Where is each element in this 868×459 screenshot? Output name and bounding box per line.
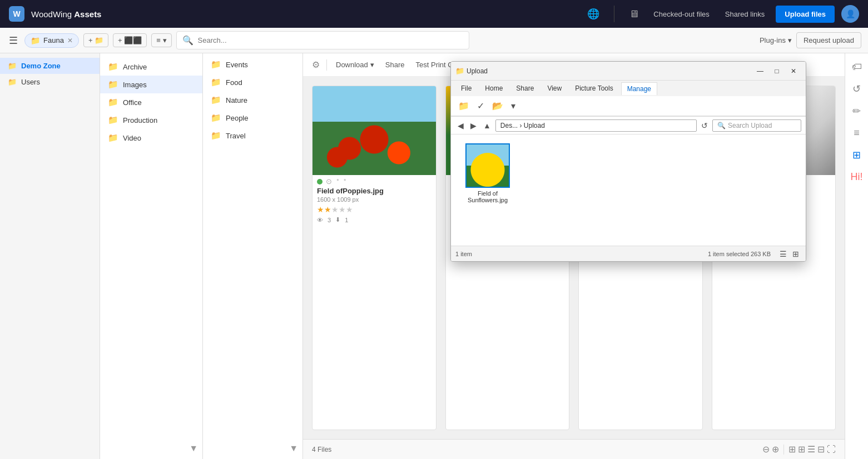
win-forward-btn[interactable]: ▶ [468,119,479,132]
subfolder-item-people[interactable]: 📁 People [203,109,302,127]
user-avatar[interactable]: 👤 [841,5,859,23]
sidebar-item-demozone[interactable]: 📁 Demo Zone [0,58,100,74]
card-stars-poppies[interactable]: ★★★★★ [313,205,436,216]
shared-links-btn[interactable]: Shared links [721,7,770,22]
new-folder-btn[interactable]: + 📁 [83,33,108,47]
subfolder-item-travel[interactable]: 📁 Travel [203,127,302,144]
search-input[interactable] [198,36,464,44]
zoom-icon-plus[interactable]: ⊕ [772,444,779,455]
card-dims-poppies: 1600 x 1009 px [313,196,436,205]
plugins-btn[interactable]: Plug-ins ▾ [760,36,792,44]
nav-divider-1 [614,6,614,22]
win-close-btn[interactable]: ✕ [786,65,801,77]
top-nav: W WoodWing Assets 🌐 🖥 Checked-out files … [0,0,868,28]
subfolder-scroll-down[interactable]: ▼ [289,443,298,453]
subfolder-icon: 📁 [211,95,221,105]
list-icon[interactable]: ≡ [850,124,863,142]
win-view-icons: ☰ ⊞ [777,248,801,260]
ribbon-tab-home[interactable]: Home [479,82,508,94]
folder-label-video: Video [123,134,141,142]
subfolder-icon: 📁 [211,113,221,123]
win-ribbon-tabs: File Home Share View Picture Tools Manag… [451,81,806,96]
search-icon: 🔍 [182,35,194,46]
address-path[interactable]: Des... › Upload [495,119,697,132]
edit-icon[interactable]: ✏ [849,102,864,121]
card-stats-poppies: 👁 3 ⬇ 1 [313,216,436,227]
ribbon-tab-picture-tools[interactable]: Picture Tools [569,82,618,94]
breadcrumb-pill[interactable]: 📁 Fauna ✕ [24,33,79,48]
subfolder-icon: 📁 [211,131,221,141]
second-bar: ☰ 📁 Fauna ✕ + 📁 + ⬛⬛ ≡ ▾ 🔍 Plug-ins ▾ Re… [0,28,868,53]
subfolder-list: 📁 Events 📁 Food 📁 Nature 📁 People 📁 Trav… [203,53,302,144]
folder-scroll-down[interactable]: ▼ [189,443,198,453]
folder-icon: 📁 [108,79,118,89]
ribbon-folder2-icon-btn[interactable]: 📂 [489,99,506,113]
folder-label-images: Images [123,81,147,89]
toolbar-download-btn[interactable]: Download ▾ [331,57,379,72]
zoom-icon-minus[interactable]: ⊖ [762,444,770,455]
file-count-label: 4 Files [312,446,331,453]
sidebar-item-users[interactable]: 📁 Users [0,74,100,90]
checked-out-files-btn[interactable]: Checked-out files [649,7,713,22]
folder-item-production[interactable]: 📁 Production [100,111,202,129]
tag-icon[interactable]: 🏷 [849,58,865,76]
globe-icon-btn[interactable]: 🌐 [584,4,603,23]
subfolder-item-food[interactable]: 📁 Food [203,73,302,91]
upload-files-btn[interactable]: Upload files [776,6,835,23]
folder-item-office[interactable]: 📁 Office [100,93,202,111]
search-icon-win: 🔍 [717,122,726,129]
win-back-btn[interactable]: ◀ [455,119,466,132]
filter-options-btn[interactable]: ≡ ▾ [151,33,171,47]
win-ribbon-bar: 📁 ✓ 📂 ▾ [451,96,806,116]
breadcrumb-close-btn[interactable]: ✕ [67,37,73,44]
folder-item-archive[interactable]: 📁 Archive [100,58,202,76]
download-label: Download [336,61,368,69]
ribbon-check-icon-btn[interactable]: ✓ [474,99,487,113]
win-refresh-btn[interactable]: ↺ [699,119,710,132]
win-minimize-btn[interactable]: — [752,65,768,77]
monitor-icon-btn[interactable]: 🖥 [626,5,642,23]
file-card-poppies[interactable]: ⊙ ● ● Field ofPoppies.jpg 1600 x 1009 px… [312,86,437,430]
detail-view-icon[interactable]: ⊟ [817,444,825,455]
folder-item-video[interactable]: 📁 Video [100,129,202,147]
downloads-count: 1 [345,217,348,223]
ribbon-tab-share[interactable]: Share [510,82,539,94]
win-up-btn[interactable]: ▲ [481,119,493,132]
grid-view-icon[interactable]: ⊞ [788,444,796,455]
ribbon-tab-manage[interactable]: Manage [621,82,657,95]
subfolder-label-events: Events [226,61,248,69]
refresh-icon[interactable]: ↺ [849,79,864,98]
ribbon-tab-view[interactable]: View [542,82,567,94]
subfolder-label-food: Food [226,78,242,87]
win-statusbar: 1 item 1 item selected 263 KB ☰ ⊞ [451,246,806,261]
ribbon-dropdown-btn[interactable]: ▾ [508,99,518,113]
ribbon-tab-file[interactable]: File [455,82,477,94]
sidebar-toggle-btn[interactable]: ☰ [7,32,20,49]
download-chevron-icon: ▾ [370,61,374,69]
grid-view-icon-2[interactable]: ⊞ [798,444,805,455]
win-grid-view-btn[interactable]: ⊞ [790,248,801,260]
plugins-label: Plug-ins [760,36,786,44]
expand-icon[interactable]: ⛶ [827,445,836,455]
folder-item-images[interactable]: 📁 Images [100,76,202,93]
new-collection-btn[interactable]: + ⬛⬛ [113,33,147,47]
plugins-chevron-icon: ▾ [788,36,792,44]
sidebar-label-users: Users [21,78,40,86]
ribbon-folder-icon-btn[interactable]: 📁 [455,99,472,113]
request-upload-btn[interactable]: Request upload [796,32,861,48]
win-controls: — □ ✕ [752,65,801,77]
win-list-view-btn[interactable]: ☰ [777,248,789,260]
subfolder-item-nature[interactable]: 📁 Nature [203,91,302,109]
right-sidebar: 🏷 ↺ ✏ ≡ ⊞ Hi! [845,53,868,459]
sidebar: 📁 Demo Zone 📁 Users [0,53,100,459]
win-file-thumbnail[interactable]: Field of Sunflowers.jpg [460,143,515,203]
win-maximize-btn[interactable]: □ [769,65,785,77]
filter-settings-btn[interactable]: ⚙ [310,57,322,72]
grid-layout-icon[interactable]: ⊞ [849,146,864,164]
subfolder-icon: 📁 [211,59,221,69]
toolbar-share-btn[interactable]: Share [381,57,409,72]
list-view-icon[interactable]: ☰ [807,444,815,455]
subfolder-item-events[interactable]: 📁 Events [203,56,302,73]
hi-icon[interactable]: Hi! [847,168,866,186]
status-bar: 4 Files ⊖ ⊕ ⊞ ⊞ ☰ ⊟ ⛶ [303,439,845,459]
